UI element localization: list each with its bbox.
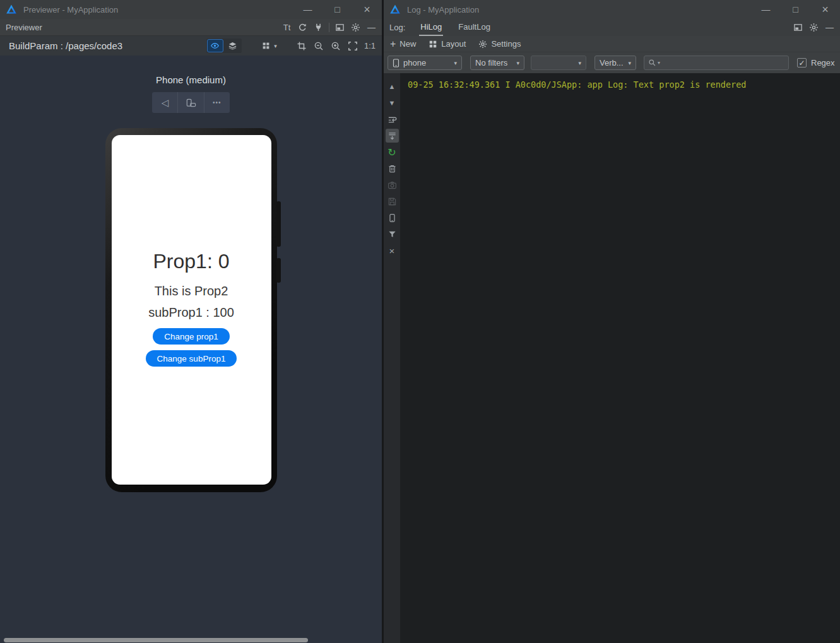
log-titlebar: Log - MyApplication — □ × [384, 0, 840, 19]
inspect-mode-button[interactable] [207, 39, 223, 52]
camera-icon [387, 180, 397, 190]
more-button[interactable]: ••• [204, 92, 230, 113]
regex-toggle[interactable]: ✓ Regex [797, 58, 835, 68]
screenshot-button[interactable] [386, 178, 399, 192]
fit-screen-icon [348, 41, 358, 51]
soft-wrap-button[interactable] [386, 112, 399, 126]
gear-icon [478, 40, 487, 49]
settings-button[interactable] [348, 20, 364, 35]
frame-icon [297, 41, 307, 51]
rotate-phone-icon [185, 98, 197, 108]
change-prop1-button[interactable]: Change prop1 [153, 328, 230, 345]
save-icon [387, 197, 397, 206]
filters-select[interactable]: No filters ▾ [470, 56, 524, 70]
log-search-field[interactable]: ▾ [644, 56, 789, 70]
clear-log-button[interactable] [386, 162, 399, 175]
phone-power-button [276, 258, 281, 283]
multi-device-dropdown[interactable]: ▾ [256, 39, 283, 53]
new-label: New [399, 39, 416, 49]
tab-faultlog[interactable]: FaultLog [457, 19, 492, 36]
settings-action-button[interactable]: Settings [478, 39, 521, 49]
close-button[interactable]: × [352, 0, 382, 19]
layout-label: Layout [441, 39, 466, 49]
layout-panel-button[interactable] [332, 20, 348, 35]
change-subprop1-button[interactable]: Change subProp1 [146, 350, 237, 367]
phone-icon [393, 59, 399, 68]
tab-hilog[interactable]: HiLog [419, 19, 443, 36]
toolbar-divider [329, 23, 329, 32]
soft-wrap-icon [387, 115, 397, 124]
restart-session-button[interactable]: ↻ [386, 145, 399, 159]
chevron-down-icon: ▾ [628, 60, 631, 66]
previewer-titlebar: Previewer - MyApplication — □ × [0, 0, 382, 19]
log-output[interactable]: 09-25 16:32:49.361 I A0c0d0/JSApp: app L… [400, 73, 840, 643]
layout-button[interactable]: Layout [429, 39, 466, 49]
device-log-button[interactable] [386, 211, 399, 225]
screen: Previewer - MyApplication — □ × Previewe… [0, 0, 840, 643]
previewer-toolbar-icons: Tt [279, 20, 379, 35]
funnel-icon [387, 230, 397, 239]
process-select[interactable]: ▾ [531, 56, 586, 70]
window-title: Log - MyApplication [407, 5, 479, 15]
crop-frame-button[interactable] [296, 40, 307, 52]
back-button[interactable]: ◁ [152, 92, 177, 113]
minimize-button[interactable]: — [751, 0, 781, 19]
minimize-button[interactable]: — [293, 0, 322, 19]
scroll-to-end-icon [387, 131, 397, 141]
hide-panel-button[interactable]: — [364, 20, 379, 35]
refresh-icon [298, 23, 307, 32]
device-select[interactable]: phone ▾ [387, 56, 462, 70]
fit-screen-button[interactable] [347, 40, 358, 52]
text-size-button[interactable]: Tt [279, 20, 295, 35]
regex-checkbox[interactable]: ✓ [797, 58, 807, 68]
settings-button[interactable] [806, 20, 822, 35]
chevron-down-icon: ▾ [516, 60, 519, 66]
level-select[interactable]: Verb... ▾ [595, 56, 636, 70]
log-entry: 09-25 16:32:49.361 I A0c0d0/JSApp: app L… [408, 80, 835, 90]
rotate-button[interactable] [177, 92, 203, 113]
close-session-button[interactable]: × [386, 244, 399, 257]
layout-panel-button[interactable] [790, 20, 806, 35]
save-log-button[interactable] [386, 194, 399, 208]
panel-icon [335, 23, 345, 32]
chevron-down-icon: ▾ [274, 43, 277, 49]
chevron-down-icon: ▾ [454, 60, 457, 66]
scroll-to-end-button[interactable] [386, 129, 399, 143]
search-input[interactable] [661, 57, 784, 68]
zoom-out-icon [314, 41, 324, 51]
preview-controls: ▾ [206, 38, 376, 53]
panel-icon [793, 23, 803, 32]
window-controls: — □ × [751, 0, 840, 19]
horizontal-scrollbar[interactable] [4, 638, 308, 642]
buildparam-bar: BuildParam : /pages/code3 [0, 36, 382, 56]
zoom-in-button[interactable] [330, 40, 341, 52]
previewer-toolbar: Previewer Tt [0, 19, 382, 36]
log-actionbar: + New Layout Settings [384, 36, 840, 52]
log-window: Log - MyApplication — □ × Log: HiLog Fau… [384, 0, 840, 643]
scroll-to-bottom-button[interactable]: ▼ [386, 96, 399, 110]
plug-icon [314, 23, 323, 32]
previewer-window: Previewer - MyApplication — □ × Previewe… [0, 0, 382, 643]
chevron-down-icon: ▾ [578, 60, 581, 66]
trash-icon [387, 164, 397, 174]
search-icon [648, 59, 656, 67]
close-button[interactable]: × [810, 0, 840, 19]
actual-size-button[interactable]: 1:1 [364, 41, 376, 50]
maximize-button[interactable]: □ [781, 0, 810, 19]
inspector-button[interactable] [311, 20, 326, 35]
window-title: Previewer - MyApplication [23, 5, 118, 15]
scroll-to-top-button[interactable]: ▲ [386, 80, 399, 93]
grid-icon [262, 42, 270, 50]
plus-icon: + [390, 40, 396, 49]
window-controls: — □ × [293, 0, 382, 19]
filter-log-button[interactable] [386, 227, 399, 241]
zoom-out-button[interactable] [313, 40, 324, 52]
hide-panel-button[interactable]: — [822, 20, 837, 35]
deveco-logo-icon [389, 4, 401, 15]
device-value: phone [403, 58, 426, 68]
new-session-button[interactable]: + New [390, 39, 416, 49]
previewer-panel-label: Previewer [6, 23, 42, 32]
refresh-button[interactable] [295, 20, 311, 35]
layers-mode-button[interactable] [225, 39, 241, 52]
maximize-button[interactable]: □ [322, 0, 352, 19]
